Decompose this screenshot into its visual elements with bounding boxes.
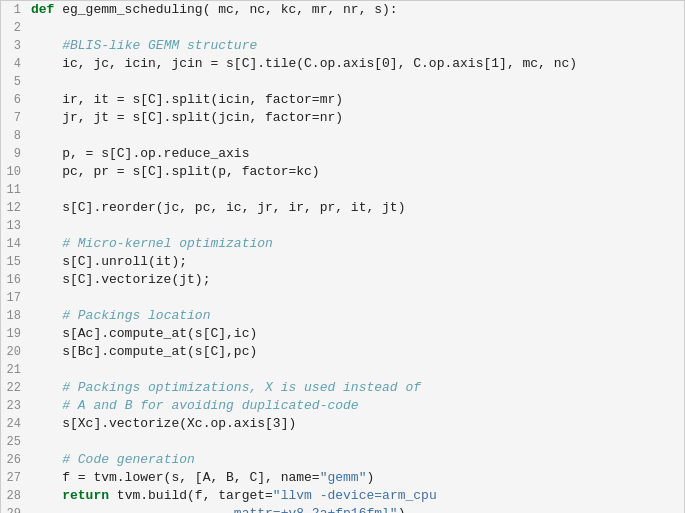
line-content: def eg_gemm_scheduling( mc, nc, kc, mr, …	[31, 1, 684, 19]
code-token: s[C].reorder(jc, pc, ic, jr, ir, pr, it,…	[31, 200, 405, 215]
code-token: def	[31, 2, 54, 17]
line-number: 29	[1, 505, 31, 513]
table-row: 8	[1, 127, 684, 145]
code-token: # Code generation	[62, 452, 195, 467]
line-number: 14	[1, 235, 31, 253]
code-token: "gemm"	[320, 470, 367, 485]
line-number: 16	[1, 271, 31, 289]
line-content: s[Bc].compute_at(s[C],pc)	[31, 343, 684, 361]
code-editor: 1def eg_gemm_scheduling( mc, nc, kc, mr,…	[0, 0, 685, 513]
table-row: 12 s[C].reorder(jc, pc, ic, jr, ir, pr, …	[1, 199, 684, 217]
code-token: s[C].unroll(it);	[31, 254, 187, 269]
line-content: return tvm.build(f, target="llvm -device…	[31, 487, 684, 505]
table-row: 2	[1, 19, 684, 37]
code-token	[31, 488, 62, 503]
code-token: "llvm -device=arm_cpu	[273, 488, 437, 503]
code-token: )	[398, 506, 406, 513]
line-content: ir, it = s[C].split(icin, factor=mr)	[31, 91, 684, 109]
line-number: 28	[1, 487, 31, 505]
line-content: #BLIS-like GEMM structure	[31, 37, 684, 55]
code-token: s[C].vectorize(jt);	[31, 272, 210, 287]
code-token: return	[62, 488, 109, 503]
line-number: 5	[1, 73, 31, 91]
line-number: 26	[1, 451, 31, 469]
line-number: 12	[1, 199, 31, 217]
code-token: # Packings location	[62, 308, 210, 323]
code-token: eg_gemm_scheduling( mc, nc, kc, mr, nr, …	[54, 2, 397, 17]
code-token: #BLIS-like GEMM structure	[62, 38, 257, 53]
code-token	[31, 308, 62, 323]
table-row: 13	[1, 217, 684, 235]
line-content	[31, 289, 684, 307]
line-number: 3	[1, 37, 31, 55]
line-content: s[C].unroll(it);	[31, 253, 684, 271]
code-token: ic, jc, icin, jcin = s[C].tile(C.op.axis…	[31, 56, 577, 71]
code-token: f = tvm.lower(s, [A, B, C], name=	[31, 470, 320, 485]
line-content	[31, 19, 684, 37]
line-content: -mattr=+v8.2a+fp16fml")	[31, 505, 684, 513]
table-row: 15 s[C].unroll(it);	[1, 253, 684, 271]
code-token	[31, 380, 62, 395]
table-row: 11	[1, 181, 684, 199]
table-row: 16 s[C].vectorize(jt);	[1, 271, 684, 289]
table-row: 27 f = tvm.lower(s, [A, B, C], name="gem…	[1, 469, 684, 487]
table-row: 1def eg_gemm_scheduling( mc, nc, kc, mr,…	[1, 1, 684, 19]
code-token: s[Xc].vectorize(Xc.op.axis[3])	[31, 416, 296, 431]
code-token: tvm.build(f, target=	[109, 488, 273, 503]
line-content	[31, 127, 684, 145]
line-number: 11	[1, 181, 31, 199]
line-content: f = tvm.lower(s, [A, B, C], name="gemm")	[31, 469, 684, 487]
table-row: 14 # Micro-kernel optimization	[1, 235, 684, 253]
line-number: 25	[1, 433, 31, 451]
code-token: jr, jt = s[C].split(jcin, factor=nr)	[31, 110, 343, 125]
line-number: 9	[1, 145, 31, 163]
line-number: 10	[1, 163, 31, 181]
line-number: 4	[1, 55, 31, 73]
table-row: 7 jr, jt = s[C].split(jcin, factor=nr)	[1, 109, 684, 127]
line-number: 6	[1, 91, 31, 109]
code-token: s[Bc].compute_at(s[C],pc)	[31, 344, 257, 359]
code-token: pc, pr = s[C].split(p, factor=kc)	[31, 164, 320, 179]
line-number: 21	[1, 361, 31, 379]
line-number: 13	[1, 217, 31, 235]
line-number: 23	[1, 397, 31, 415]
line-content	[31, 217, 684, 235]
table-row: 21	[1, 361, 684, 379]
line-number: 19	[1, 325, 31, 343]
line-content	[31, 433, 684, 451]
line-number: 22	[1, 379, 31, 397]
line-number: 17	[1, 289, 31, 307]
table-row: 25	[1, 433, 684, 451]
line-content: s[Ac].compute_at(s[C],ic)	[31, 325, 684, 343]
code-token	[31, 506, 226, 513]
code-token: # A and B for avoiding duplicated-code	[62, 398, 358, 413]
table-row: 3 #BLIS-like GEMM structure	[1, 37, 684, 55]
line-number: 1	[1, 1, 31, 19]
table-row: 5	[1, 73, 684, 91]
table-row: 24 s[Xc].vectorize(Xc.op.axis[3])	[1, 415, 684, 433]
line-content: # Packings optimizations, X is used inst…	[31, 379, 684, 397]
line-number: 15	[1, 253, 31, 271]
line-content: s[Xc].vectorize(Xc.op.axis[3])	[31, 415, 684, 433]
code-token: -mattr=+v8.2a+fp16fml"	[226, 506, 398, 513]
code-token: p, = s[C].op.reduce_axis	[31, 146, 249, 161]
line-number: 8	[1, 127, 31, 145]
line-content: # A and B for avoiding duplicated-code	[31, 397, 684, 415]
line-number: 27	[1, 469, 31, 487]
code-token: )	[366, 470, 374, 485]
code-token	[31, 398, 62, 413]
code-token	[31, 452, 62, 467]
line-number: 7	[1, 109, 31, 127]
line-number: 24	[1, 415, 31, 433]
table-row: 26 # Code generation	[1, 451, 684, 469]
table-row: 6 ir, it = s[C].split(icin, factor=mr)	[1, 91, 684, 109]
code-token: # Packings optimizations, X is used inst…	[62, 380, 421, 395]
line-content: # Micro-kernel optimization	[31, 235, 684, 253]
table-row: 28 return tvm.build(f, target="llvm -dev…	[1, 487, 684, 505]
line-number: 2	[1, 19, 31, 37]
table-row: 23 # A and B for avoiding duplicated-cod…	[1, 397, 684, 415]
line-content: # Code generation	[31, 451, 684, 469]
line-content	[31, 73, 684, 91]
code-token: s[Ac].compute_at(s[C],ic)	[31, 326, 257, 341]
line-content	[31, 181, 684, 199]
